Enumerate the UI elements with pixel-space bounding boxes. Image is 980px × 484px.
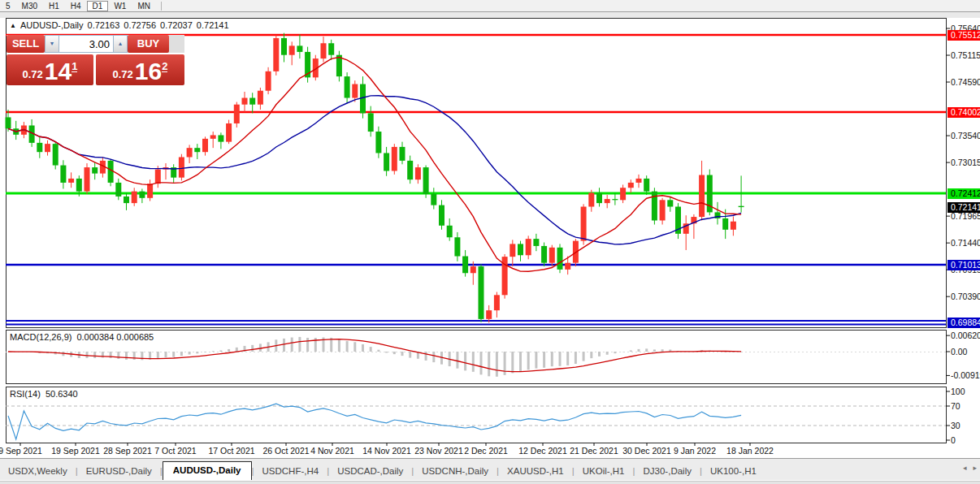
sell-button[interactable]: SELL <box>7 35 45 53</box>
tab-usdchf-h4[interactable]: USDCHF-,H4 <box>254 463 327 480</box>
tab-scroll-left-icon[interactable]: ◂ <box>963 464 967 472</box>
date-tick-label: 7 Oct 2021 <box>154 446 196 456</box>
price-tick-label: 0.73540 <box>951 131 980 140</box>
tab-scroll-right-icon[interactable]: ▸ <box>973 464 977 472</box>
rsi-indicator-value: 50.6340 <box>46 389 78 399</box>
rsi-axis-label: 70 <box>951 401 960 411</box>
date-tick-label: 2 Dec 2021 <box>464 446 508 456</box>
tab-xauusd-h1[interactable]: XAUUSD-,H1 <box>499 463 572 480</box>
tab-audusd-daily[interactable]: AUDUSD-,Daily <box>163 461 252 480</box>
ask-price-point: 2 <box>162 62 167 72</box>
price-tick-label: 0.75115 <box>951 50 980 60</box>
price-tick-label: 0.71965 <box>951 211 980 221</box>
bid-price-point: 1 <box>72 62 77 72</box>
date-tick-label: 18 Jan 2022 <box>726 446 774 456</box>
rsi-title: RSI(14) 50.6340 <box>10 389 78 399</box>
ohlc-low: 0.72037 <box>160 20 193 30</box>
date-tick-label: 12 Dec 2021 <box>518 446 567 456</box>
trading-terminal: 5M30H1H4D1W1MN ▲ AUDUSD-,Daily 0.72163 0… <box>0 0 980 484</box>
rsi-axis-label: 30 <box>951 421 960 430</box>
date-tick-label: 9 Jan 2022 <box>674 446 716 456</box>
price-tick-label: 0.74590 <box>951 77 980 87</box>
date-tick-label: 14 Nov 2021 <box>362 446 411 456</box>
buy-button[interactable]: BUY <box>128 35 169 53</box>
date-tick-label: 17 Oct 2021 <box>208 446 254 456</box>
rsi-indicator-name: RSI(14) <box>10 389 41 399</box>
chart-title: ▲ AUDUSD-,Daily 0.72163 0.72756 0.72037 … <box>10 20 229 30</box>
rsi-axis-label: 0 <box>951 435 956 445</box>
price-tick-label: 0.71440 <box>951 238 980 248</box>
macd-axis-label: -0.00919 <box>951 370 980 380</box>
date-tick-label: 19 Sep 2021 <box>51 446 100 456</box>
date-tick-label: 26 Oct 2021 <box>262 446 309 456</box>
tab-usdx-weekly[interactable]: USDX,Weekly <box>0 463 76 480</box>
one-click-trade-panel: SELL ▼ ▲ BUY 0.72 14 1 0.72 16 2 <box>7 35 184 85</box>
macd-indicator-values: 0.000384 0.000685 <box>76 332 154 342</box>
volume-decrease-button[interactable]: ▼ <box>45 35 59 53</box>
tab-scroll-arrows: ◂ ▸ <box>963 464 977 472</box>
bid-price-box[interactable]: 0.72 14 1 <box>7 54 93 85</box>
ask-price-pips: 16 <box>135 60 162 83</box>
date-tick-label: 30 Dec 2021 <box>622 446 671 456</box>
symbol-period-label: AUDUSD-,Daily <box>20 20 84 30</box>
tab-usdcnh-daily[interactable]: USDCNH-,Daily <box>414 463 497 480</box>
volume-input[interactable] <box>59 35 113 53</box>
price-line-label: 0.72412 <box>947 188 980 199</box>
bid-price-prefix: 0.72 <box>23 67 43 83</box>
symbol-tabbar: USDX,Weekly|EURUSD-,Daily|AUDUSD-,Daily|… <box>0 459 980 480</box>
macd-title: MACD(12,26,9) 0.000384 0.000685 <box>10 332 154 342</box>
date-tick-label: 9 Sep 2021 <box>0 446 42 456</box>
volume-increase-button[interactable]: ▲ <box>113 35 128 53</box>
macd-axis-label: 0.006201 <box>951 331 980 340</box>
ohlc-open: 0.72163 <box>88 20 120 30</box>
status-strip <box>0 481 980 484</box>
price-line-label: 0.75512 <box>947 30 980 41</box>
price-line-label: 0.74002 <box>947 107 980 118</box>
ohlc-close: 0.72141 <box>197 20 229 30</box>
macd-axis-label: 0.00 <box>951 347 967 357</box>
macd-indicator-name: MACD(12,26,9) <box>10 332 72 342</box>
tab-eurusd-daily[interactable]: EURUSD-,Daily <box>78 463 160 480</box>
ask-price-prefix: 0.72 <box>113 67 133 83</box>
date-tick-label: 4 Nov 2021 <box>310 446 354 456</box>
price-tick-label: 0.73015 <box>951 158 980 167</box>
current-price-label: 0.72141 <box>947 202 980 213</box>
price-line-label: 0.69884 <box>947 318 980 328</box>
ohlc-high: 0.72756 <box>124 20 156 30</box>
ask-price-box[interactable]: 0.72 16 2 <box>96 54 184 85</box>
date-tick-label: 21 Dec 2021 <box>570 446 618 456</box>
tab-usdcad-daily[interactable]: USDCAD-,Daily <box>329 463 411 480</box>
bid-price-pips: 14 <box>45 60 72 83</box>
rsi-axis-label: 100 <box>951 387 965 396</box>
tab-uk100-h1[interactable]: UK100-,H1 <box>702 463 765 480</box>
trade-panel-top-row: SELL ▼ ▲ BUY <box>7 35 184 53</box>
date-tick-label: 28 Sep 2021 <box>103 446 152 456</box>
date-tick-label: 23 Nov 2021 <box>414 446 463 456</box>
tab-ukoil-h1[interactable]: UKOil-,H1 <box>575 463 633 480</box>
collapse-triangle-icon[interactable]: ▲ <box>10 22 16 29</box>
price-tick-label: 0.70390 <box>951 292 980 301</box>
price-line-label: 0.71013 <box>947 260 980 270</box>
tab-dj30-daily[interactable]: DJ30-,Daily <box>635 463 700 480</box>
